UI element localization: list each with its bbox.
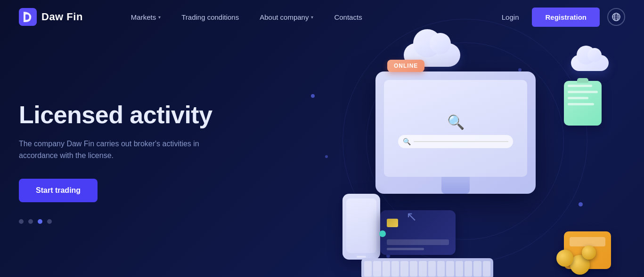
- document-icon: [564, 81, 602, 126]
- chevron-down-icon: ▾: [158, 15, 161, 20]
- slide-indicators: [19, 219, 273, 224]
- card-chip: [387, 219, 398, 227]
- nav-markets[interactable]: Markets ▾: [121, 0, 171, 34]
- keyboard: [361, 258, 493, 277]
- coin-2: [556, 250, 573, 267]
- monitor-screen: 🔍 🔍: [384, 80, 527, 177]
- slide-dot-4[interactable]: [47, 219, 52, 224]
- hero-section: Licensed activity The company Daw Fin ca…: [0, 34, 644, 277]
- language-button[interactable]: [607, 8, 625, 26]
- logo-icon: [19, 8, 37, 26]
- login-button[interactable]: Login: [496, 9, 525, 25]
- search-bar: 🔍: [398, 135, 513, 148]
- coin-3: [582, 245, 596, 260]
- hero-content: Licensed activity The company Daw Fin ca…: [19, 101, 273, 224]
- card-stripe: [387, 239, 449, 245]
- hero-illustration: 🔍 🔍 ONLINE: [333, 29, 616, 277]
- cursor-icon: ↖: [406, 209, 417, 224]
- nav-contacts[interactable]: Contacts: [324, 0, 372, 34]
- monitor-stand: [441, 177, 470, 194]
- credit-card: [380, 210, 456, 255]
- slide-dot-2[interactable]: [28, 219, 33, 224]
- brand-name: Daw Fin: [41, 11, 83, 23]
- online-badge: ONLINE: [387, 60, 424, 72]
- nav-about-company[interactable]: About company ▾: [249, 0, 324, 34]
- nav-right: Login Registration: [496, 8, 625, 27]
- teal-dot: [379, 230, 386, 237]
- globe-icon: [612, 13, 620, 21]
- slide-dot-3[interactable]: [38, 219, 42, 224]
- slide-dot-1[interactable]: [19, 219, 24, 224]
- navbar: Daw Fin Markets ▾ Trading conditions Abo…: [0, 0, 644, 34]
- phone: [342, 194, 380, 260]
- register-button[interactable]: Registration: [532, 8, 600, 27]
- chevron-down-icon: ▾: [311, 15, 313, 20]
- nav-trading-conditions[interactable]: Trading conditions: [171, 0, 249, 34]
- monitor: 🔍 🔍: [375, 71, 536, 194]
- search-icon: 🔍: [447, 114, 465, 130]
- nav-links: Markets ▾ Trading conditions About compa…: [121, 0, 496, 34]
- hero-title: Licensed activity: [19, 101, 273, 129]
- phone-screen: [346, 198, 376, 253]
- start-trading-button[interactable]: Start trading: [19, 179, 98, 202]
- page-wrapper: Daw Fin Markets ▾ Trading conditions Abo…: [0, 0, 644, 277]
- hero-subtitle: The company Daw Fin carries out broker's…: [19, 138, 236, 162]
- logo[interactable]: Daw Fin: [19, 8, 83, 26]
- cloud-right: [571, 55, 609, 71]
